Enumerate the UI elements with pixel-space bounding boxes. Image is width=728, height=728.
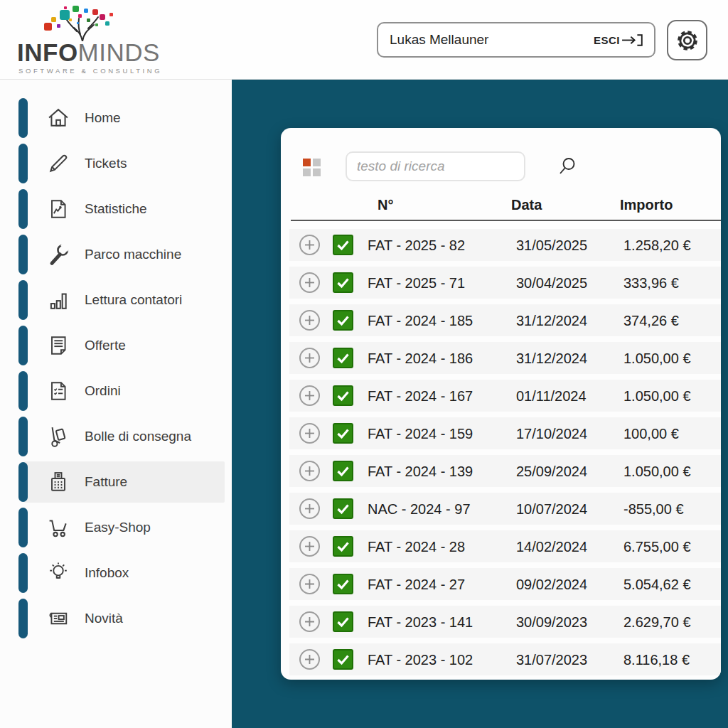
row-checkbox[interactable]: [333, 498, 353, 519]
checkmark-icon: [334, 651, 352, 668]
lightbulb-icon: [45, 560, 72, 587]
invoice-date: 31/05/2025: [516, 237, 587, 253]
wrench-icon: [45, 241, 72, 268]
invoice-date: 31/12/2024: [516, 312, 587, 328]
plus-icon: [301, 387, 318, 405]
table-header: N° Data Importo: [281, 197, 721, 220]
expand-row-button[interactable]: [299, 498, 320, 519]
expand-row-button[interactable]: [299, 536, 320, 557]
settings-button[interactable]: [667, 20, 707, 60]
nav-indicator-bar: [18, 553, 28, 593]
plus-icon: [301, 575, 318, 593]
sidebar-item-label: Bolle di consegna: [85, 429, 191, 444]
plus-icon: [301, 311, 318, 329]
invoice-amount: 374,26 €: [623, 312, 679, 328]
expand-row-button[interactable]: [299, 385, 320, 406]
invoice-row[interactable]: FAT - 2023 - 102 31/07/2023 8.116,18 €: [289, 643, 721, 675]
pencil-icon: [45, 150, 72, 177]
sidebar-item[interactable]: Bolle di consegna: [0, 414, 232, 459]
search-input[interactable]: [346, 151, 525, 181]
handtruck-icon: [45, 423, 72, 450]
sidebar-item[interactable]: Lettura contatori: [0, 277, 232, 323]
sidebar-item[interactable]: Parco macchine: [0, 232, 232, 277]
invoice-amount: 5.054,62 €: [623, 576, 691, 592]
sidebar-item[interactable]: Easy-Shop: [0, 505, 232, 550]
nav-indicator-bar: [18, 508, 28, 547]
invoice-row[interactable]: NAC - 2024 - 97 10/07/2024 -855,00 €: [289, 493, 721, 525]
row-checkbox[interactable]: [333, 536, 353, 557]
invoice-date: 31/07/2023: [516, 651, 587, 668]
statistics-icon: [45, 196, 72, 223]
invoice-row[interactable]: FAT - 2025 - 71 30/04/2025 333,96 €: [289, 267, 721, 299]
invoice-row[interactable]: FAT - 2024 - 27 09/02/2024 5.054,62 €: [289, 568, 721, 600]
plus-icon: [301, 349, 318, 367]
grid-view-icon[interactable]: [303, 159, 321, 176]
row-checkbox[interactable]: [333, 272, 353, 293]
sidebar-item[interactable]: Tickets: [0, 141, 232, 186]
plus-icon: [301, 424, 318, 442]
invoice-date: 14/02/2024: [516, 538, 587, 555]
row-checkbox[interactable]: [333, 235, 353, 255]
row-checkbox[interactable]: [333, 348, 353, 368]
expand-row-button[interactable]: [299, 611, 320, 632]
sidebar-item-label: Lettura contatori: [85, 292, 182, 308]
sidebar-item[interactable]: Ordini: [0, 368, 232, 414]
invoice-amount: 6.755,00 €: [623, 538, 691, 555]
row-checkbox[interactable]: [333, 423, 353, 444]
invoice-amount: 8.116,18 €: [623, 651, 690, 668]
invoice-row[interactable]: FAT - 2024 - 167 01/11/2024 1.050,00 €: [289, 380, 721, 412]
sidebar-item[interactable]: Fatture: [0, 459, 232, 505]
logout-button[interactable]: ESCI: [594, 34, 644, 46]
plus-icon: [301, 651, 318, 668]
expand-row-button[interactable]: [299, 272, 320, 293]
invoice-date: 17/10/2024: [516, 425, 587, 441]
sidebar-item[interactable]: Home: [0, 95, 232, 141]
grid-square: [303, 168, 311, 176]
row-checkbox[interactable]: [333, 385, 353, 406]
invoice-date: 30/09/2023: [516, 614, 587, 630]
sidebar: Home Tickets Statistiche Parco macchine: [0, 80, 232, 728]
home-icon: [45, 105, 72, 132]
expand-row-button[interactable]: [299, 348, 320, 368]
invoice-row[interactable]: FAT - 2024 - 185 31/12/2024 374,26 €: [289, 304, 721, 336]
checkmark-icon: [334, 274, 352, 291]
row-checkbox[interactable]: [333, 649, 353, 670]
invoice-row[interactable]: FAT - 2024 - 186 31/12/2024 1.050,00 €: [289, 342, 721, 374]
column-header-amount: Importo: [620, 197, 673, 213]
sidebar-item-label: Easy-Shop: [85, 520, 151, 535]
invoice-number: FAT - 2024 - 167: [368, 387, 473, 404]
invoice-row[interactable]: FAT - 2024 - 139 25/09/2024 1.050,00 €: [289, 455, 721, 487]
invoice-number: FAT - 2023 - 102: [368, 651, 473, 668]
checkmark-icon: [334, 462, 352, 480]
sidebar-item[interactable]: Statistiche: [0, 186, 232, 232]
invoice-number: FAT - 2024 - 139: [368, 463, 473, 479]
checkmark-icon: [334, 500, 352, 518]
nav-indicator-bar: [18, 235, 28, 274]
expand-row-button[interactable]: [299, 310, 320, 331]
checkmark-icon: [334, 349, 352, 367]
invoice-amount: 2.629,70 €: [623, 614, 691, 630]
user-menu[interactable]: Lukas Mellauner ESCI: [377, 22, 655, 58]
invoice-row[interactable]: FAT - 2025 - 82 31/05/2025 1.258,20 €: [289, 229, 721, 261]
invoice-row[interactable]: FAT - 2024 - 159 17/10/2024 100,00 €: [289, 417, 721, 449]
row-checkbox[interactable]: [333, 611, 353, 632]
invoice-row[interactable]: FAT - 2023 - 141 30/09/2023 2.629,70 €: [289, 606, 721, 638]
expand-row-button[interactable]: [299, 461, 320, 481]
grid-square: [313, 168, 321, 176]
sidebar-item[interactable]: Infobox: [0, 550, 232, 596]
row-checkbox[interactable]: [333, 310, 353, 331]
search-button[interactable]: [557, 156, 578, 177]
sidebar-item-label: Parco macchine: [85, 247, 181, 262]
invoice-row[interactable]: FAT - 2024 - 28 14/02/2024 6.755,00 €: [289, 530, 721, 562]
sidebar-item[interactable]: Novità: [0, 596, 232, 641]
sidebar-item-label: Tickets: [85, 156, 127, 171]
expand-row-button[interactable]: [299, 423, 320, 444]
expand-row-button[interactable]: [299, 235, 320, 255]
grid-square-red: [303, 159, 311, 166]
expand-row-button[interactable]: [299, 649, 320, 670]
expand-row-button[interactable]: [299, 574, 320, 594]
row-checkbox[interactable]: [333, 461, 353, 481]
plus-icon: [301, 613, 318, 631]
row-checkbox[interactable]: [333, 574, 353, 594]
sidebar-item[interactable]: Offerte: [0, 323, 232, 368]
